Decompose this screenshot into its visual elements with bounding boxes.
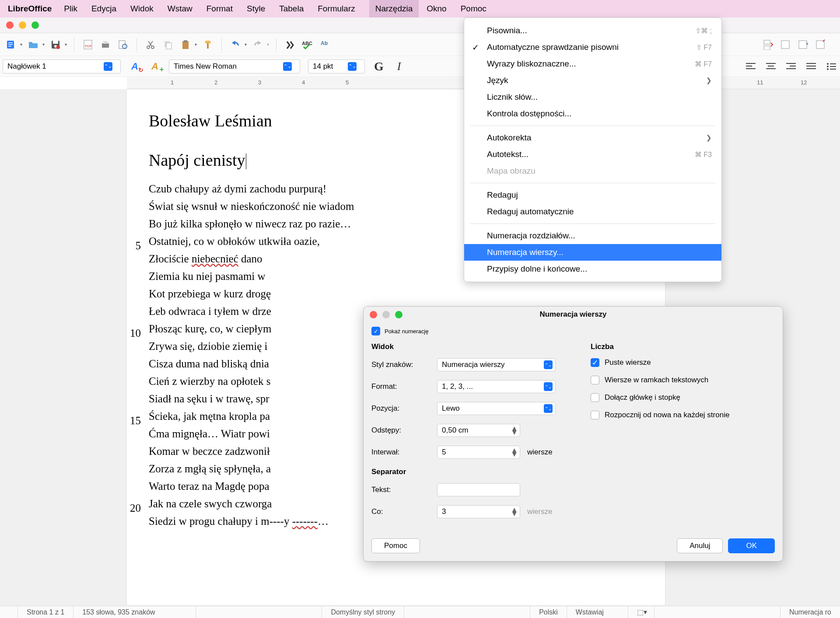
minimize-window-icon[interactable]	[19, 21, 26, 29]
bold-icon[interactable]: G	[373, 60, 385, 73]
spacing-spinner[interactable]: 0,50 cm▲▼	[437, 424, 520, 437]
font-size-input[interactable]	[313, 62, 348, 71]
zoom-window-icon[interactable]	[32, 21, 39, 29]
format-select[interactable]: 1, 2, 3, ...⌃⌄	[437, 380, 556, 393]
spellcheck-icon[interactable]: ABC	[301, 38, 314, 51]
status-selection-icon[interactable]: ⬚▾	[628, 606, 654, 618]
close-window-icon[interactable]	[6, 21, 14, 29]
menu-item[interactable]: Autokorekta❯	[464, 129, 721, 146]
dropdown-arrow-icon[interactable]: ▾	[65, 42, 67, 47]
menu-item[interactable]: Licznik słów...	[464, 89, 721, 105]
status-wordcount[interactable]: 153 słowa, 935 znaków	[74, 606, 196, 618]
dropdown-arrow-icon[interactable]: ▾	[195, 42, 197, 47]
print-icon[interactable]	[99, 38, 112, 51]
dialog-titlebar[interactable]: Numeracja wierszy	[364, 307, 783, 322]
page-break-icon[interactable]	[761, 38, 774, 51]
status-page-style[interactable]: Domyślny styl strony	[322, 606, 404, 618]
menu-item[interactable]: Autotekst...⌘ F3	[464, 146, 721, 163]
paste-icon[interactable]	[179, 38, 192, 51]
interval-spinner[interactable]: 5▲▼	[437, 446, 520, 459]
dropdown-arrow-icon[interactable]: ▾	[267, 42, 269, 47]
restart-page-checkbox[interactable]	[591, 411, 599, 419]
redo-icon[interactable]	[251, 38, 264, 51]
font-size-select[interactable]: ⌃⌄	[308, 59, 365, 73]
open-icon[interactable]	[27, 38, 40, 51]
menu-style[interactable]: Style	[247, 4, 265, 14]
cancel-button[interactable]: Anuluj	[677, 538, 723, 553]
dialog-title: Numeracja wierszy	[364, 310, 783, 319]
menu-item[interactable]: Redaguj automatycznie	[464, 203, 721, 220]
menu-pomoc[interactable]: Pomoc	[461, 4, 486, 14]
insert-field-icon[interactable]	[779, 38, 792, 51]
help-button[interactable]: Pomoc	[371, 538, 420, 553]
separator-text-input[interactable]	[437, 483, 520, 496]
menu-formularz[interactable]: Formularz	[318, 4, 355, 14]
menu-plik[interactable]: Plik	[64, 4, 77, 14]
status-language[interactable]: Polski	[530, 606, 567, 618]
section-count-label: Liczba	[591, 342, 775, 351]
export-pdf-icon[interactable]: PDF	[81, 38, 94, 51]
italic-icon[interactable]: I	[393, 60, 405, 73]
menu-widok[interactable]: Widok	[130, 4, 154, 14]
status-save-icon[interactable]	[0, 606, 18, 618]
ok-button[interactable]: OK	[728, 538, 775, 553]
app-name: LibreOffice	[8, 4, 52, 14]
chevron-updown-icon[interactable]: ⌃⌄	[348, 62, 357, 71]
bullet-list-icon[interactable]	[825, 60, 837, 73]
text-frames-checkbox[interactable]	[591, 376, 599, 384]
cut-icon[interactable]	[144, 38, 157, 51]
separator-every-spinner[interactable]: 3▲▼	[437, 505, 520, 518]
status-insert-mode[interactable]: Wstawiaj	[567, 606, 628, 618]
menu-item[interactable]: Język❯	[464, 72, 721, 89]
show-numbering-checkbox[interactable]: ✓	[371, 327, 380, 335]
position-select[interactable]: Lewo⌃⌄	[437, 402, 556, 415]
paragraph-style-input[interactable]	[7, 62, 104, 71]
insert-endnote-icon[interactable]	[814, 38, 827, 51]
font-name-input[interactable]	[174, 62, 283, 71]
menu-item-label: Numeracja wierszy...	[487, 248, 712, 257]
menu-edycja[interactable]: Edycja	[91, 4, 116, 14]
menu-narzedzia[interactable]: Narzędzia	[369, 0, 419, 17]
char-style-select[interactable]: Numeracja wierszy⌃⌄	[437, 358, 556, 371]
dropdown-arrow-icon[interactable]: ▾	[42, 42, 45, 47]
dropdown-arrow-icon[interactable]: ▾	[20, 42, 22, 47]
menu-item[interactable]: Kontrola dostępności...	[464, 105, 721, 122]
align-right-icon[interactable]	[785, 60, 797, 73]
blank-lines-checkbox[interactable]: ✓	[591, 358, 599, 367]
section-view-label: Widok	[371, 342, 556, 351]
header-footer-checkbox[interactable]	[591, 393, 599, 402]
chevron-updown-icon[interactable]: ⌃⌄	[104, 62, 112, 71]
menu-item[interactable]: Przypisy dolne i końcowe...	[464, 261, 721, 277]
align-center-icon[interactable]	[765, 60, 777, 73]
menu-item[interactable]: ✓Automatyczne sprawdzanie pisowni⇧ F7	[464, 39, 721, 56]
copy-icon[interactable]	[161, 38, 175, 51]
interval-unit: wiersze	[527, 448, 553, 457]
menu-okno[interactable]: Okno	[427, 4, 446, 14]
line-numbering-dialog: Numeracja wierszy ✓ Pokaż numerację Wido…	[363, 306, 783, 562]
insert-header-icon[interactable]	[796, 38, 809, 51]
align-left-icon[interactable]	[745, 60, 757, 73]
menu-wstaw[interactable]: Wstaw	[168, 4, 192, 14]
menu-item[interactable]: Numeracja wierszy...	[464, 244, 721, 261]
clone-format-icon[interactable]	[201, 38, 214, 51]
chevron-updown-icon[interactable]: ⌃⌄	[283, 62, 292, 71]
new-doc-icon[interactable]	[4, 38, 18, 51]
font-name-select[interactable]: ⌃⌄	[169, 59, 300, 73]
menu-item[interactable]: Numeracja rozdziałów...	[464, 227, 721, 244]
status-page[interactable]: Strona 1 z 1	[18, 606, 74, 618]
find-replace-icon[interactable]	[284, 38, 297, 51]
menu-format[interactable]: Format	[206, 4, 233, 14]
menu-item[interactable]: Pisownia...⇧⌘ ;	[464, 22, 721, 39]
dropdown-arrow-icon[interactable]: ▾	[245, 42, 247, 47]
save-icon[interactable]	[49, 38, 62, 51]
paragraph-style-select[interactable]: ⌃⌄	[3, 59, 121, 73]
update-style-icon[interactable]: A↻	[129, 60, 141, 73]
spellcheck-auto-icon[interactable]: Ab	[318, 38, 332, 51]
print-preview-icon[interactable]	[116, 38, 130, 51]
undo-icon[interactable]	[229, 38, 242, 51]
menu-item[interactable]: Wyrazy bliskoznaczne...⌘ F7	[464, 56, 721, 72]
menu-tabela[interactable]: Tabela	[279, 4, 304, 14]
menu-item[interactable]: Redaguj	[464, 187, 721, 203]
align-justify-icon[interactable]	[805, 60, 817, 73]
new-style-icon[interactable]: A+	[149, 60, 161, 73]
